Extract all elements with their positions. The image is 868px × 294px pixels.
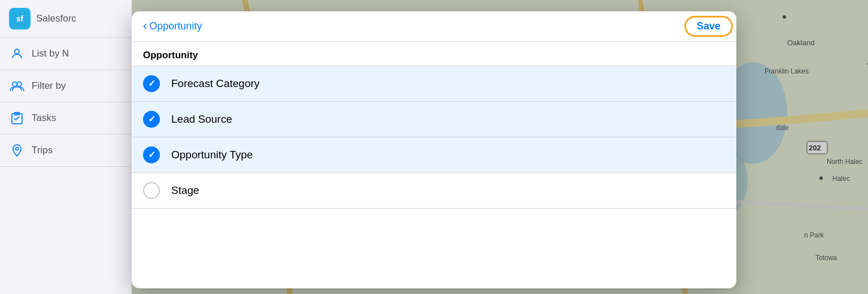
sidebar-item-tasks[interactable]: Tasks <box>0 102 132 135</box>
save-button-wrapper: Save <box>692 19 725 33</box>
clipboard-icon <box>9 110 25 126</box>
list-item-stage[interactable]: ✓ Stage <box>132 173 736 209</box>
sidebar-header: sf Salesforc <box>0 0 132 38</box>
save-button[interactable]: Save <box>692 19 725 33</box>
sidebar-app-title: Salesforc <box>36 13 76 24</box>
group-icon <box>9 78 25 94</box>
modal-panel: ‹ Opportunity Save Opportunity ✓ Forecas… <box>132 11 736 288</box>
checkmark-opportunity-type: ✓ <box>148 150 155 159</box>
sidebar-tasks-label: Tasks <box>32 113 56 124</box>
sidebar-list-by-label: List by N <box>32 48 69 59</box>
check-icon-stage: ✓ <box>143 182 160 199</box>
sidebar-item-trips[interactable]: Trips <box>0 135 132 167</box>
section-title: Opportunity <box>132 42 736 66</box>
sidebar-filter-by-label: Filter by <box>32 80 66 92</box>
checkmark-forecast-category: ✓ <box>148 79 155 88</box>
svg-point-0 <box>15 49 19 54</box>
person-icon <box>9 46 25 62</box>
sidebar-trips-label: Trips <box>32 145 53 156</box>
svg-point-1 <box>12 82 17 87</box>
forecast-category-label: Forecast Category <box>171 77 259 90</box>
lead-source-label: Lead Source <box>171 113 232 126</box>
salesforce-logo: sf <box>9 8 31 29</box>
sidebar-item-list-by[interactable]: List by N <box>0 38 132 70</box>
sidebar: sf Salesforc List by N Filter by <box>0 0 132 294</box>
location-icon <box>9 142 25 158</box>
check-icon-opportunity-type: ✓ <box>143 146 160 163</box>
sidebar-item-filter-by[interactable]: Filter by <box>0 70 132 102</box>
svg-point-4 <box>16 148 19 150</box>
back-button[interactable]: ‹ Opportunity <box>143 20 202 32</box>
opportunity-type-label: Opportunity Type <box>171 149 253 161</box>
svg-point-2 <box>17 82 21 87</box>
list-item-opportunity-type[interactable]: ✓ Opportunity Type <box>132 137 736 173</box>
stage-label: Stage <box>171 184 199 197</box>
checkmark-lead-source: ✓ <box>148 115 155 124</box>
check-icon-lead-source: ✓ <box>143 111 160 128</box>
back-chevron-icon: ‹ <box>143 20 147 32</box>
modal-header: ‹ Opportunity Save <box>132 11 736 42</box>
list-item-lead-source[interactable]: ✓ Lead Source <box>132 102 736 137</box>
back-label: Opportunity <box>149 20 202 32</box>
list-item-forecast-category[interactable]: ✓ Forecast Category <box>132 66 736 102</box>
check-icon-forecast-category: ✓ <box>143 75 160 92</box>
